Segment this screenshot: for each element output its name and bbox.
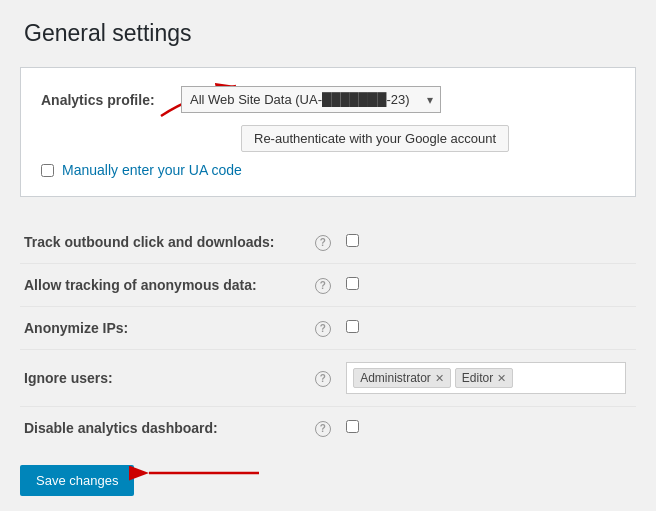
allow-tracking-checkbox[interactable] bbox=[346, 277, 359, 290]
help-icon[interactable]: ? bbox=[315, 321, 331, 337]
control-cell bbox=[342, 307, 636, 350]
help-icon[interactable]: ? bbox=[315, 235, 331, 251]
help-cell: ? bbox=[304, 307, 343, 350]
control-cell bbox=[342, 407, 636, 450]
setting-label: Ignore users: bbox=[20, 350, 304, 407]
tag-label: Administrator bbox=[360, 371, 431, 385]
help-cell: ? bbox=[304, 350, 343, 407]
manual-ua-checkbox[interactable] bbox=[41, 164, 54, 177]
disable-dashboard-checkbox[interactable] bbox=[346, 420, 359, 433]
help-icon[interactable]: ? bbox=[315, 371, 331, 387]
ignore-users-input[interactable]: Administrator ✕ Editor ✕ bbox=[346, 362, 626, 394]
reauth-row: Re-authenticate with your Google account bbox=[241, 125, 615, 152]
setting-label: Anonymize IPs: bbox=[20, 307, 304, 350]
tag-label: Editor bbox=[462, 371, 493, 385]
help-icon[interactable]: ? bbox=[315, 421, 331, 437]
tag-remove-administrator[interactable]: ✕ bbox=[435, 372, 444, 385]
analytics-profile-select-wrapper: All Web Site Data (UA-███████-23) bbox=[181, 86, 441, 113]
control-cell bbox=[342, 221, 636, 264]
ignore-users-control-cell: Administrator ✕ Editor ✕ bbox=[342, 350, 636, 407]
table-row: Allow tracking of anonymous data: ? bbox=[20, 264, 636, 307]
save-changes-button[interactable]: Save changes bbox=[20, 465, 134, 496]
manual-ua-row: Manually enter your UA code bbox=[41, 162, 615, 178]
analytics-profile-select[interactable]: All Web Site Data (UA-███████-23) bbox=[181, 86, 441, 113]
table-row: Anonymize IPs: ? bbox=[20, 307, 636, 350]
help-cell: ? bbox=[304, 264, 343, 307]
tag-editor: Editor ✕ bbox=[455, 368, 513, 388]
help-cell: ? bbox=[304, 407, 343, 450]
tag-administrator: Administrator ✕ bbox=[353, 368, 451, 388]
setting-label: Disable analytics dashboard: bbox=[20, 407, 304, 450]
table-row: Ignore users: ? Administrator ✕ Editor ✕ bbox=[20, 350, 636, 407]
analytics-profile-box: Analytics profile: All Web Site Data (UA… bbox=[20, 67, 636, 197]
help-icon[interactable]: ? bbox=[315, 278, 331, 294]
setting-label: Track outbound click and downloads: bbox=[20, 221, 304, 264]
table-row: Disable analytics dashboard: ? bbox=[20, 407, 636, 450]
tag-remove-editor[interactable]: ✕ bbox=[497, 372, 506, 385]
help-cell: ? bbox=[304, 221, 343, 264]
footer-area: Save changes bbox=[20, 449, 636, 496]
analytics-profile-row: Analytics profile: All Web Site Data (UA… bbox=[41, 86, 615, 113]
control-cell bbox=[342, 264, 636, 307]
table-row: Track outbound click and downloads: ? bbox=[20, 221, 636, 264]
setting-label: Allow tracking of anonymous data: bbox=[20, 264, 304, 307]
manual-ua-label[interactable]: Manually enter your UA code bbox=[62, 162, 242, 178]
track-outbound-checkbox[interactable] bbox=[346, 234, 359, 247]
page-title: General settings bbox=[20, 20, 636, 47]
settings-table: Track outbound click and downloads: ? Al… bbox=[20, 221, 636, 449]
analytics-profile-label: Analytics profile: bbox=[41, 92, 181, 108]
anonymize-ips-checkbox[interactable] bbox=[346, 320, 359, 333]
save-arrow-annotation bbox=[144, 463, 264, 483]
reauth-button[interactable]: Re-authenticate with your Google account bbox=[241, 125, 509, 152]
